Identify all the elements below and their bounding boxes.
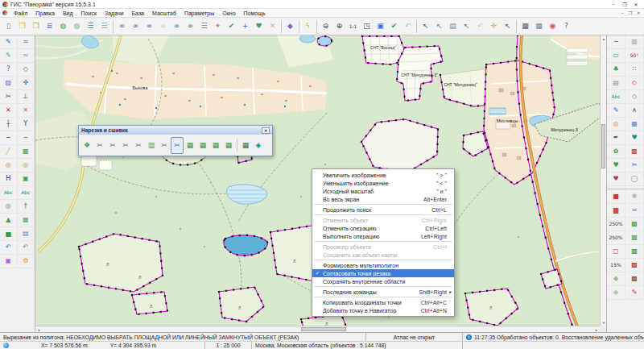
open-geoportal-button[interactable]: ◍ <box>56 19 70 34</box>
accept-operation-button[interactable]: ✔ <box>387 19 401 34</box>
select-panel-button[interactable]: ↖ <box>419 19 432 34</box>
vertical-scrollbar[interactable]: ▲ ▼ <box>600 35 606 326</box>
menu-помощь[interactable]: Помощь <box>240 9 270 17</box>
select-area-button[interactable]: ↖ <box>432 19 446 34</box>
menu-база[interactable]: База <box>127 9 148 17</box>
flag-grid-red-button[interactable]: ▩ <box>625 259 644 272</box>
align-nodes-button[interactable]: ⊥ <box>18 90 35 104</box>
diamond-red-button[interactable]: ◇ <box>625 77 644 90</box>
cut-stitch-toolbar-titlebar[interactable]: Нарезка и сшивка ✕ <box>79 126 272 135</box>
mirror-arc-button[interactable]: ∼ <box>18 131 35 145</box>
stitch-objects-button[interactable]: ▥ <box>145 137 158 154</box>
pen-pipette-button[interactable]: ✒ <box>607 131 625 145</box>
zoom-15-button[interactable]: 15% <box>607 259 625 272</box>
menu-item-add-point-to-navigator[interactable]: Добавить точку в НавигаторCtrl+Alt+N <box>312 306 454 314</box>
menu-item-zoom-in[interactable]: Увеличить изображение" > " <box>312 171 454 179</box>
select-by-condition-button[interactable]: ✔ <box>225 19 238 34</box>
horizontal-scroll-thumb[interactable] <box>301 327 346 331</box>
find-marked-button[interactable]: ∞ <box>170 19 184 34</box>
delete-object-button[interactable]: ✕ <box>0 104 18 118</box>
quick-redraw-button[interactable]: ϟ <box>301 19 315 34</box>
cut-fragment-x-button[interactable]: ▩ <box>625 218 644 231</box>
pan-frame-button[interactable]: ▣ <box>374 19 387 34</box>
check-contour-button[interactable]: ◇ <box>18 63 35 77</box>
menu-поиск[interactable]: Поиск <box>77 9 101 17</box>
horizontal-symbol-button[interactable]: H <box>0 172 18 186</box>
find-site-button[interactable]: ◎ <box>18 159 35 172</box>
select-fade-button[interactable]: ◆ <box>607 286 625 300</box>
heart-teal-button[interactable]: ♥ <box>625 131 644 145</box>
undo-edit-button[interactable]: ↶ <box>0 241 18 255</box>
scroll-right-arrow[interactable]: ► <box>593 326 600 332</box>
menu-item-keep-inner-areas[interactable]: Сохранять внутренние области <box>312 277 454 285</box>
menu-item-match-cutter-points[interactable]: ✓Согласовать точки резака <box>312 269 454 277</box>
heart-green-button[interactable]: ♥ <box>607 159 625 172</box>
zoom-250-button[interactable]: 250% <box>607 231 625 245</box>
gear-flower-button[interactable]: ❋ <box>625 190 644 204</box>
region-select-button[interactable]: ◈ <box>252 137 265 154</box>
find-by-name-button[interactable]: ∞ <box>129 19 142 34</box>
find-object-a-button[interactable]: ◎ <box>0 159 18 172</box>
menu-правка[interactable]: Правка <box>31 9 59 17</box>
copy-fragment-button[interactable]: ▦ <box>18 214 35 227</box>
print-setup-button[interactable]: ▦ <box>532 19 546 34</box>
cut-fragment-del-button[interactable]: ▩ <box>625 245 644 259</box>
edit-point-button[interactable]: ≈ <box>18 35 35 49</box>
menu-item-execute-operation[interactable]: Выполнить операциюLeft+Right <box>312 232 454 240</box>
selected-object-polygon[interactable] <box>79 234 163 292</box>
grid-blue-button[interactable]: ▦ <box>625 118 644 131</box>
object-list-button[interactable]: ☰ <box>197 19 211 34</box>
table-view-button[interactable]: ▤ <box>18 227 35 241</box>
move-object-button[interactable]: ✜ <box>18 77 35 90</box>
branch-line-button[interactable]: Y <box>18 118 35 131</box>
cut-tool-button[interactable]: ✂ <box>0 90 18 104</box>
select-marked-button[interactable]: ♥ <box>252 19 266 34</box>
minimize-button[interactable]: – <box>608 1 619 8</box>
child-maximize-button[interactable]: ❐ <box>626 10 634 16</box>
fill-area-button[interactable]: ▨ <box>0 77 18 90</box>
rotate-90-button[interactable]: 90° <box>625 49 644 63</box>
menu-задачи[interactable]: Задачи <box>101 9 128 17</box>
cut-crossed-button[interactable]: ✂ <box>132 137 145 154</box>
heart-dark-button[interactable]: ♥ <box>607 172 625 186</box>
menu-окно[interactable]: Окно <box>218 9 239 17</box>
menu-вид[interactable]: Вид <box>59 9 77 17</box>
split-sheet-button[interactable]: ▦ <box>184 137 196 154</box>
cut-fragment-minus-button[interactable]: ▩ <box>625 231 644 245</box>
zoom-in-button[interactable]: ⊕ <box>332 19 346 34</box>
cut-by-curve-button[interactable]: ✂ <box>119 137 132 154</box>
erase-object-button[interactable]: ✎ <box>625 286 644 300</box>
paste-object-button[interactable]: ▣ <box>18 172 35 186</box>
maximize-button[interactable]: ❐ <box>619 1 630 8</box>
find-continue-button[interactable]: ∞ <box>142 19 156 34</box>
status-scale[interactable]: 1 : 25 000 <box>205 342 252 349</box>
diagram-build-button[interactable]: ▅ <box>0 227 18 241</box>
open-map-database-button[interactable]: ❒ <box>29 19 43 34</box>
cut-stitch-close-button[interactable]: ✕ <box>262 127 270 134</box>
nodes-grid-button[interactable]: ∷ <box>625 63 644 77</box>
child-minimize-button[interactable]: – <box>618 10 626 16</box>
slope-line-button[interactable]: ╱ <box>0 145 18 159</box>
menu-параметры[interactable]: Параметры <box>180 9 218 17</box>
color-palette-button[interactable]: ◉ <box>546 19 559 34</box>
move-sheet-button[interactable]: ▦ <box>222 137 235 154</box>
text-caption-button[interactable]: Abc <box>18 186 35 200</box>
vertical-scroll-thumb[interactable] <box>601 124 605 168</box>
flag-grid-dark-button[interactable]: ▩ <box>625 272 644 286</box>
menu-item-form-multipolygon[interactable]: Формировать мультиполигон <box>312 261 454 269</box>
wave-blue-button[interactable]: ≈ <box>625 204 644 218</box>
scale-1-1-button[interactable]: 1:1 <box>346 19 360 34</box>
nomenclature-grid-button[interactable]: ▦ <box>239 137 252 154</box>
scroll-left-arrow[interactable]: ◄ <box>35 326 42 332</box>
layer-visibility-button[interactable]: ☰ <box>97 19 111 34</box>
delete-site-button[interactable]: ✕ <box>18 104 35 118</box>
menu-масштаб[interactable]: Масштаб <box>148 9 180 17</box>
diamond-gray-button[interactable]: ◇ <box>625 90 644 104</box>
print-button[interactable]: ▦ <box>518 19 532 34</box>
find-object-button[interactable]: ∞ <box>115 19 129 34</box>
menu-item-full-screen[interactable]: Во весь экранAlt+Enter <box>312 195 454 203</box>
find-repeat-button[interactable]: ∞ <box>184 19 197 34</box>
create-object-button[interactable]: ✎ <box>0 35 18 49</box>
options-gear-button[interactable]: ⚙ <box>18 255 35 268</box>
frame-red-select-button[interactable]: ◻ <box>607 245 625 259</box>
